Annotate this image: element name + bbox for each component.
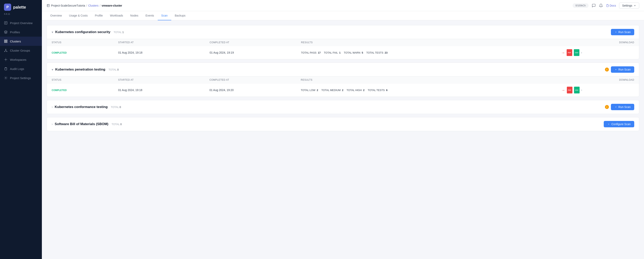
table-icon <box>47 4 50 7</box>
play-icon-2 <box>614 106 617 108</box>
cell-completed-1-0: 01 Aug 2024, 19:20 <box>204 83 296 97</box>
scan-header-k8s-pen[interactable]: ▾ Kubernetes penetration testing TOTAL 0… <box>47 63 639 76</box>
scan-header-k8s-config[interactable]: ▾ Kubernetes configuration security TOTA… <box>47 25 639 39</box>
sidebar-item-cluster-groups[interactable]: Cluster Groups <box>0 46 42 55</box>
result-tests: TOTAL TESTS 23 <box>366 51 388 54</box>
info-icon-1: i <box>605 67 609 71</box>
tab-nodes[interactable]: Nodes <box>126 11 142 20</box>
col-completed-1: Completed at <box>204 76 296 83</box>
kch-badge: 0/100kCh <box>572 3 588 8</box>
sidebar-item-profiles[interactable]: Profiles <box>0 27 42 37</box>
topbar: Project-ScaleSecureTutoria / Clusters / … <box>42 0 644 11</box>
sidebar-label-profiles: Profiles <box>10 30 20 34</box>
scan-title-1: Kubernetes penetration testing <box>55 67 105 71</box>
scan-table-1: Status Started at Completed at Results D… <box>47 76 639 97</box>
results-container-0-0: TOTAL PASS 17 TOTAL FAIL 1 TOTAL WARN 5 … <box>301 51 552 54</box>
sidebar-nav: Project Overview Profiles Clusters Clust… <box>0 18 42 259</box>
cell-status-0-0: COMPLETED <box>47 46 114 59</box>
pdf-download-0[interactable]: PDF <box>567 49 572 56</box>
table-row: COMPLETED 01 Aug 2024, 19:18 01 Aug 2024… <box>47 46 639 59</box>
tabs-bar: Overview Usage & Costs Profile Workloads… <box>42 11 644 20</box>
svg-point-7 <box>6 51 7 52</box>
sidebar-label-project-overview: Project Overview <box>10 21 32 25</box>
sidebar-item-audit-logs[interactable]: Audit Logs <box>0 64 42 73</box>
pdf-download-1[interactable]: PDF <box>567 87 572 93</box>
download-area-0-0: → PDF CSV › <box>561 49 634 56</box>
arrow-right-icon-1: → <box>561 88 565 92</box>
sidebar-item-clusters[interactable]: Clusters <box>0 37 42 46</box>
table-row: COMPLETED 01 Aug 2024, 19:18 01 Aug 2024… <box>47 83 639 97</box>
chat-icon[interactable] <box>592 3 596 7</box>
logo-area: P palette <box>0 0 42 12</box>
result-high: TOTAL HIGH 2 <box>346 89 364 92</box>
tab-overview[interactable]: Overview <box>47 11 66 20</box>
result-pass: TOTAL PASS 17 <box>301 51 321 54</box>
scan-table-body-0: COMPLETED 01 Aug 2024, 19:18 01 Aug 2024… <box>47 46 639 59</box>
cluster-groups-icon <box>4 49 8 52</box>
content-area: ▾ Kubernetes configuration security TOTA… <box>42 20 644 259</box>
breadcrumb-project: Project-ScaleSecureTutoria <box>51 4 85 7</box>
svg-rect-1 <box>4 40 6 41</box>
sidebar-item-project-settings[interactable]: Project Settings <box>0 73 42 82</box>
tab-scan[interactable]: Scan <box>158 11 171 20</box>
logo-text: palette <box>13 5 26 9</box>
scan-total-0: TOTAL 1 <box>114 31 124 34</box>
svg-rect-11 <box>47 4 50 7</box>
run-scan-button-2[interactable]: Run Scan <box>611 104 634 110</box>
breadcrumb-sep2: / <box>100 4 100 7</box>
cell-results-0-0: TOTAL PASS 17 TOTAL FAIL 1 TOTAL WARN 5 … <box>296 46 556 59</box>
settings-button[interactable]: Settings <box>619 2 639 8</box>
cell-completed-0-0: 01 Aug 2024, 19:19 <box>205 46 296 59</box>
scan-table-body-1: COMPLETED 01 Aug 2024, 19:18 01 Aug 2024… <box>47 83 639 97</box>
configure-scan-button[interactable]: Configure Scan <box>604 121 634 127</box>
tab-backups[interactable]: Backups <box>171 11 189 20</box>
sidebar-item-project-overview[interactable]: Project Overview <box>0 18 42 27</box>
scan-title-3: Software Bill of Materials (SBOM) <box>55 122 108 126</box>
docs-label: Docs <box>610 4 616 7</box>
scan-header-sbom[interactable]: › Software Bill of Materials (SBOM) TOTA… <box>47 117 639 131</box>
results-container-1-0: TOTAL LOW 2 TOTAL MEDIUM 2 TOTAL HIGH 2 … <box>301 89 552 92</box>
col-status-1: Status <box>47 76 113 83</box>
info-icon-2: i <box>605 105 609 109</box>
col-download-1: Download <box>556 76 639 83</box>
doc-icon <box>606 4 609 7</box>
bell-icon[interactable] <box>599 3 603 7</box>
run-scan-button-0[interactable]: Run Scan <box>611 29 634 35</box>
run-scan-button-1[interactable]: Run Scan <box>611 66 634 73</box>
settings-icon <box>4 76 8 80</box>
sidebar-label-audit-logs: Audit Logs <box>10 67 24 70</box>
col-started-0: Started at <box>114 39 205 46</box>
svg-rect-3 <box>4 42 6 43</box>
row-expand-icon-1[interactable]: › <box>581 88 582 92</box>
play-icon-0 <box>614 31 617 33</box>
chevron-expand-icon-3: › <box>52 122 53 126</box>
csv-download-1[interactable]: CSV <box>574 87 580 93</box>
result-medium: TOTAL MEDIUM 2 <box>322 89 343 92</box>
scan-section-k8s-conformance: › Kubernetes conformance testing TOTAL 0… <box>47 100 639 114</box>
grid-icon <box>4 39 8 43</box>
breadcrumb-clusters-link[interactable]: Clusters <box>88 4 98 7</box>
sidebar-label-workspaces: Workspaces <box>10 58 26 61</box>
tab-events[interactable]: Events <box>142 11 158 20</box>
csv-download-0[interactable]: CSV <box>574 49 580 56</box>
scan-title-0: Kubernetes configuration security <box>55 30 110 34</box>
tab-workloads[interactable]: Workloads <box>106 11 126 20</box>
scan-title-2: Kubernetes conformance testing <box>55 105 108 109</box>
breadcrumb: Project-ScaleSecureTutoria / Clusters / … <box>47 4 122 7</box>
sidebar-item-workspaces[interactable]: Workspaces <box>0 55 42 64</box>
scan-total-1: TOTAL 0 <box>108 68 119 71</box>
col-results-1: Results <box>296 76 556 83</box>
scan-table-header-1: Status Started at Completed at Results D… <box>47 76 639 83</box>
tab-profile[interactable]: Profile <box>91 11 106 20</box>
scan-section-sbom: › Software Bill of Materials (SBOM) TOTA… <box>47 117 639 131</box>
scan-header-k8s-conformance[interactable]: › Kubernetes conformance testing TOTAL 0… <box>47 100 639 114</box>
row-expand-icon-0[interactable]: › <box>581 51 582 54</box>
app-version: 4.4.11 <box>0 12 42 18</box>
svg-point-10 <box>6 77 6 78</box>
svg-rect-2 <box>6 40 7 41</box>
tab-usage-costs[interactable]: Usage & Costs <box>66 11 91 20</box>
svg-rect-9 <box>6 67 6 68</box>
result-fail: TOTAL FAIL 1 <box>324 51 340 54</box>
col-download-0: Download <box>556 39 639 46</box>
docs-link[interactable]: Docs <box>606 4 616 7</box>
